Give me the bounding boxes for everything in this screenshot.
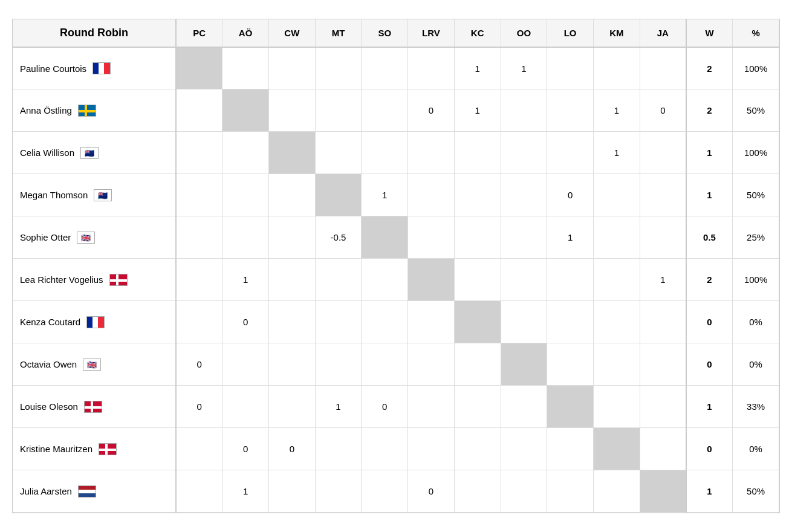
player-name-cell: Sophie Otter🇬🇧 <box>13 216 176 259</box>
pct-value: 50% <box>747 486 765 496</box>
score-cell <box>501 216 547 259</box>
table-header-title: Round Robin <box>13 19 176 47</box>
score-value: -0.5 <box>331 232 346 242</box>
flag-fr <box>93 62 111 74</box>
score-cell <box>315 174 362 216</box>
score-value: 1 <box>614 148 619 158</box>
wins-value: 1 <box>707 190 712 200</box>
col-header-kc: KC <box>454 19 501 47</box>
wins-value: 1 <box>707 148 712 158</box>
score-cell <box>501 386 547 428</box>
score-cell: 1 <box>593 132 640 174</box>
pct-cell: 0% <box>733 343 779 386</box>
score-cell: 0 <box>176 386 222 428</box>
score-cell <box>315 470 362 513</box>
player-name: Louise Oleson <box>20 401 78 412</box>
col-header-pc: PC <box>176 19 222 47</box>
flag-nz: 🇳🇿 <box>80 147 99 159</box>
score-cell <box>593 259 640 301</box>
score-cell <box>454 216 501 259</box>
pct-value: 33% <box>747 401 765 412</box>
score-value: 1 <box>336 401 340 412</box>
wins-cell: 1 <box>686 174 733 216</box>
score-cell <box>501 132 547 174</box>
score-cell: 1 <box>454 47 501 89</box>
score-cell <box>315 259 362 301</box>
score-cell: 1 <box>501 47 547 89</box>
score-value: 1 <box>243 486 248 496</box>
wins-cell: 1 <box>686 470 733 513</box>
flag-gb: 🇬🇧 <box>77 232 95 244</box>
wins-cell: 2 <box>686 47 733 89</box>
player-name: Octavia Owen <box>20 359 77 369</box>
col-header-lrv: LRV <box>408 19 455 47</box>
flag-se <box>78 105 96 117</box>
flag-dk <box>84 401 102 413</box>
score-cell <box>593 428 640 470</box>
score-cell <box>362 301 408 343</box>
col-header-mt: MT <box>315 19 362 47</box>
wins-cell: 0.5 <box>686 216 733 259</box>
player-name-cell: Julia Aarsten <box>13 470 176 513</box>
player-name-cell: Kristine Mauritzen <box>13 428 176 470</box>
pct-cell: 100% <box>733 47 779 89</box>
score-cell <box>640 132 686 174</box>
score-cell <box>176 174 222 216</box>
pct-cell: 50% <box>733 174 779 216</box>
score-cell: 1 <box>222 470 269 513</box>
pct-value: 100% <box>744 274 767 285</box>
score-cell <box>268 174 315 216</box>
flag-fr <box>86 316 105 328</box>
wins-value: 1 <box>707 486 712 496</box>
score-cell <box>454 470 501 513</box>
score-value: 0 <box>382 401 387 412</box>
wins-value: 0 <box>707 317 712 327</box>
score-cell <box>501 89 547 132</box>
pct-cell: 50% <box>733 470 779 513</box>
score-cell: 1 <box>362 174 408 216</box>
score-cell: 1 <box>547 216 594 259</box>
player-name-cell: Kenza Coutard <box>13 301 176 343</box>
score-cell <box>268 89 315 132</box>
score-cell <box>408 132 455 174</box>
wins-value: 0 <box>707 444 712 454</box>
table-row: Anna Östling0110250% <box>13 89 779 132</box>
score-cell: 1 <box>640 259 686 301</box>
player-name: Sophie Otter <box>20 232 71 242</box>
score-cell: 0 <box>176 343 222 386</box>
flag-nl <box>78 485 96 498</box>
player-name-cell: Louise Oleson <box>13 386 176 428</box>
player-name-cell: Megan Thomson🇳🇿 <box>13 174 176 216</box>
player-name-cell: Celia Willison🇳🇿 <box>13 132 176 174</box>
score-cell <box>408 47 455 89</box>
score-value: 1 <box>614 105 619 115</box>
pct-cell: 100% <box>733 259 779 301</box>
score-value: 1 <box>475 63 480 74</box>
score-cell <box>640 470 686 513</box>
table-row: Louise Oleson010133% <box>13 386 779 428</box>
player-name: Julia Aarsten <box>20 486 72 496</box>
score-value: 1 <box>521 63 526 74</box>
wins-cell: 1 <box>686 132 733 174</box>
player-name-cell: Pauline Courtois <box>13 47 176 89</box>
col-header-oo: OO <box>501 19 547 47</box>
score-cell <box>501 343 547 386</box>
score-cell: 1 <box>454 89 501 132</box>
score-cell <box>315 89 362 132</box>
score-cell <box>547 343 594 386</box>
col-header-lo: LO <box>547 19 594 47</box>
score-cell <box>362 428 408 470</box>
score-cell <box>547 47 594 89</box>
score-cell <box>501 174 547 216</box>
score-value: 0 <box>660 105 665 115</box>
wins-cell: 2 <box>686 89 733 132</box>
score-cell <box>408 174 455 216</box>
col-header-km: KM <box>593 19 640 47</box>
pct-cell: 50% <box>733 89 779 132</box>
wins-cell: 2 <box>686 259 733 301</box>
flag-nz: 🇳🇿 <box>94 189 112 201</box>
table-row: Celia Willison🇳🇿11100% <box>13 132 779 174</box>
score-cell <box>362 89 408 132</box>
pct-value: 0% <box>749 444 762 454</box>
col-header-ja: JA <box>640 19 686 47</box>
